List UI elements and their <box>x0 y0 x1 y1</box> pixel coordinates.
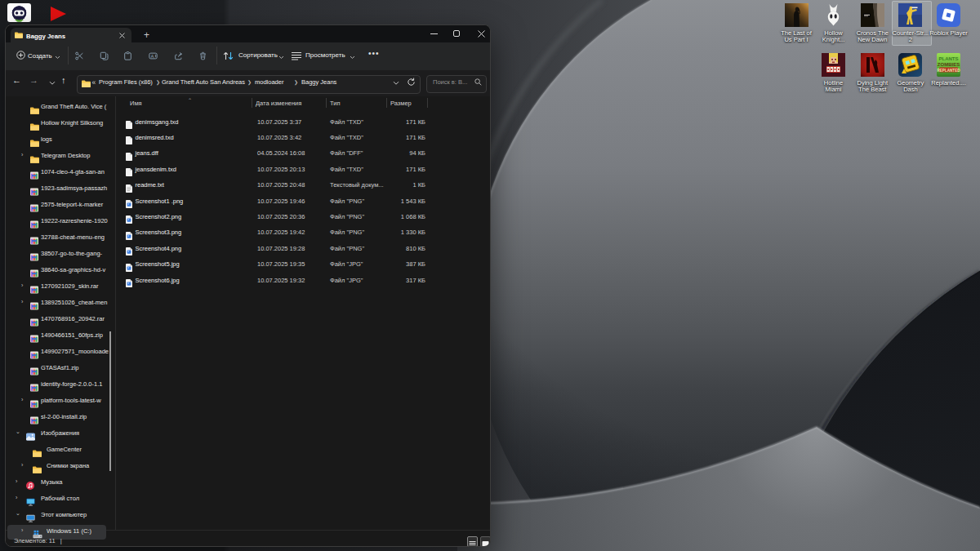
svg-text:PLANTS: PLANTS <box>939 56 959 61</box>
svg-text:REPLANTED: REPLANTED <box>937 69 960 73</box>
svg-text:A: A <box>151 54 154 59</box>
svg-text:ZOMBIES: ZOMBIES <box>938 62 960 67</box>
